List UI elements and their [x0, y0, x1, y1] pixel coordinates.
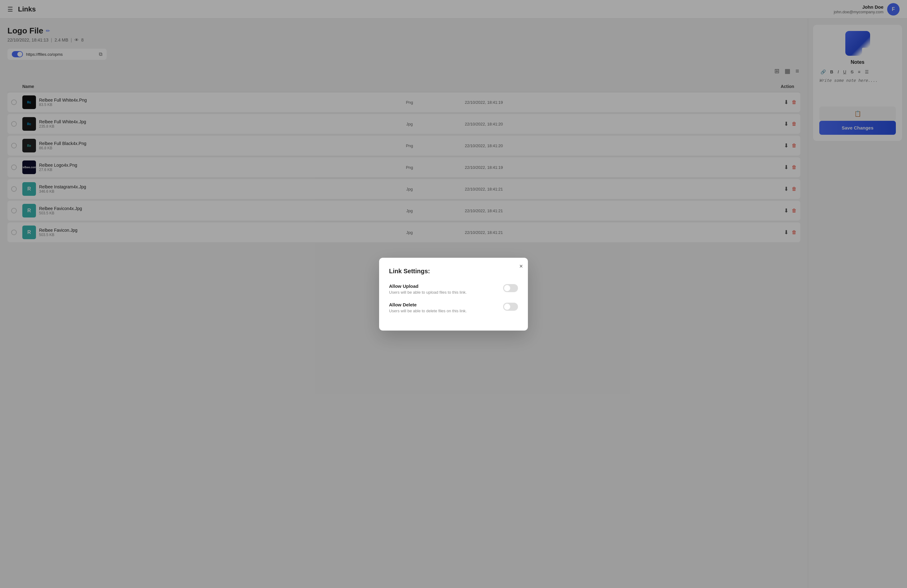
modal-title: Link Settings:: [389, 268, 518, 275]
allow-upload-toggle[interactable]: [503, 284, 518, 292]
modal: Link Settings: × Allow Upload Users will…: [379, 258, 528, 331]
modal-setting-delete: Allow Delete Users will be able to delet…: [389, 302, 518, 313]
setting-upload-label: Allow Upload: [389, 283, 497, 289]
modal-setting-upload: Allow Upload Users will be able to uploa…: [389, 283, 518, 295]
setting-upload-desc: Users will be able to upload files to th…: [389, 290, 497, 295]
allow-delete-toggle[interactable]: [503, 303, 518, 311]
setting-delete-label: Allow Delete: [389, 302, 497, 307]
modal-close-button[interactable]: ×: [519, 263, 523, 270]
modal-overlay[interactable]: Link Settings: × Allow Upload Users will…: [0, 0, 907, 588]
setting-delete-desc: Users will be able to delete files on th…: [389, 308, 497, 313]
